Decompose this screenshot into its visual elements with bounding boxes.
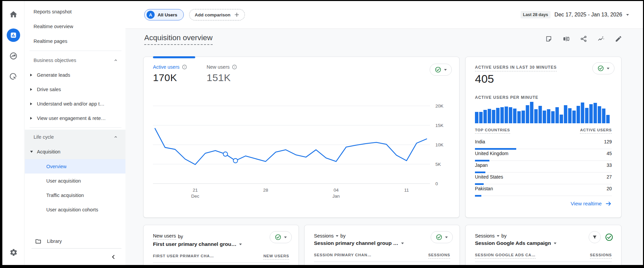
new-users-value: 151K [207, 72, 237, 83]
dimension-dropdown[interactable]: First user primary channel grou… [153, 241, 289, 247]
chevron-down-icon [554, 243, 556, 244]
realtime-card: ACTIVE USERS IN LAST 30 MINUTES 405 ACTI… [465, 57, 622, 218]
table-column-headers: SESSION PRIMARY CHAN… SESSIONS [314, 253, 450, 259]
explore-icon[interactable] [7, 49, 20, 63]
sidebar-divider [30, 127, 121, 128]
chevron-up-icon [113, 58, 118, 63]
sidebar-item-realtime-pages[interactable]: Realtime pages [25, 34, 125, 49]
metric-column-header[interactable]: SESSIONS [428, 253, 450, 259]
active-users-line-chart: 20K15K10K5K021Dec2804Jan11 [153, 100, 451, 200]
sidebar-item-library[interactable]: Library [25, 234, 125, 249]
countries-table-header: TOP COUNTRIES ACTIVE USERS [475, 128, 612, 134]
selected-tab-indicator [153, 56, 195, 58]
plus-icon [234, 12, 240, 18]
sidebar-item-lead-acquisition[interactable]: Lead acquisition [25, 217, 125, 222]
sidebar-item-generate-leads[interactable]: Generate leads [25, 68, 125, 82]
home-icon[interactable] [7, 8, 20, 21]
svg-text:?: ? [234, 66, 235, 69]
sidebar-item-user-acquisition-cohorts[interactable]: User acquisition cohorts [25, 202, 125, 217]
sidebar-item-acquisition[interactable]: Acquisition [25, 144, 125, 159]
view-realtime-link[interactable]: View realtime [571, 200, 612, 207]
page-title: Acquisition overview [144, 34, 213, 45]
triangle-right-icon [30, 88, 32, 91]
svg-text:?: ? [184, 66, 185, 69]
sessions-by-google-ads-card: Sessions by Session Google Ads campaign … [465, 225, 622, 265]
active-users-header[interactable]: ACTIVE USERS [580, 128, 612, 134]
table-column-headers: SESSION GOOGLE ADS CA… SESSIONS [475, 253, 612, 259]
data-quality-dropdown[interactable] [430, 64, 452, 76]
triangle-right-icon [30, 74, 32, 76]
svg-text:Dec: Dec [191, 194, 199, 199]
table-divider [314, 262, 450, 262]
advertising-icon[interactable] [7, 70, 20, 83]
data-quality-dropdown[interactable] [431, 231, 453, 243]
metric-column-header[interactable]: SESSIONS [590, 253, 612, 259]
sidebar-item-reports-snapshot[interactable]: Reports snapshot [25, 4, 125, 19]
note-icon[interactable] [545, 35, 552, 43]
insights-icon[interactable] [597, 35, 605, 43]
sidebar-section-life-cycle[interactable]: Life cycle [25, 130, 125, 144]
date-range-badge: Last 28 days [521, 11, 550, 18]
check-circle-icon [275, 234, 281, 241]
filter-funnel-icon[interactable] [589, 231, 601, 243]
data-quality-dropdown[interactable] [592, 62, 614, 74]
svg-text:28: 28 [263, 188, 268, 193]
sidebar-divider [30, 51, 121, 51]
country-row: United Kingdom 45 [475, 149, 612, 161]
svg-text:Jan: Jan [332, 194, 340, 199]
new-users-by-channel-card: New users by First user primary channel … [143, 225, 299, 265]
data-quality-dropdown[interactable] [270, 231, 292, 243]
metric-active-users[interactable]: Active users ? 170K [153, 64, 187, 83]
check-circle-icon[interactable] [604, 232, 614, 243]
comparison-topbar: A All Users Add comparison Last 28 days … [125, 1, 643, 29]
card-action-icons [589, 231, 614, 243]
sidebar-item-traffic-acquisition[interactable]: Traffic acquisition [25, 188, 125, 202]
per-minute-label: ACTIVE USERS PER MINUTE [475, 95, 538, 100]
help-icon[interactable]: ? [232, 64, 237, 70]
collapse-sidebar-icon[interactable] [109, 252, 118, 262]
card-metric-line: New users by [153, 233, 289, 240]
country-row: Pakistan 20 [475, 184, 612, 196]
card-metric-line: Sessions by [314, 233, 450, 239]
metric-label[interactable]: Sessions [475, 233, 495, 239]
sidebar-item-user-acquisition[interactable]: User acquisition [25, 174, 125, 188]
screenshot-frame: Reports snapshot Realtime overview Realt… [0, 0, 644, 268]
sidebar-section-business-objectives[interactable]: Business objectives [25, 53, 125, 68]
sidebar-scroll-area[interactable]: Reports snapshot Realtime overview Realt… [25, 1, 125, 222]
triangle-right-icon [30, 103, 32, 105]
realtime-title[interactable]: ACTIVE USERS IN LAST 30 MINUTES [475, 65, 557, 71]
svg-text:21: 21 [193, 188, 198, 193]
metric-headers: Active users ? 170K New users ? 151K [153, 64, 237, 83]
share-icon[interactable] [580, 35, 587, 43]
sidebar-item-drive-sales[interactable]: Drive sales [25, 82, 125, 96]
settings-gear-icon[interactable] [7, 246, 20, 259]
top-countries-header[interactable]: TOP COUNTRIES [475, 128, 510, 134]
dimension-column-header[interactable]: SESSION GOOGLE ADS CA… [475, 253, 536, 259]
chevron-down-icon [445, 237, 448, 238]
all-users-comparison-pill[interactable]: A All Users [144, 9, 184, 20]
check-circle-icon [435, 66, 441, 73]
ab-compare-icon[interactable] [562, 35, 570, 43]
metric-label[interactable]: New users [153, 233, 176, 240]
date-range-selector[interactable]: Last 28 days Dec 17, 2025 - Jan 13, 2026 [521, 11, 629, 18]
sidebar-item-overview[interactable]: Overview [25, 159, 125, 174]
analytics-window: Reports snapshot Realtime overview Realt… [2, 1, 643, 265]
active-users-30min-value: 405 [475, 72, 494, 85]
users-per-minute-bar-chart [475, 102, 610, 123]
svg-text:10K: 10K [435, 142, 443, 147]
dimension-column-header: SESSION PRIMARY CHAN… [314, 253, 371, 259]
folder-icon [35, 238, 42, 245]
add-comparison-button[interactable]: Add comparison [189, 9, 245, 20]
table-divider [153, 263, 289, 263]
help-icon[interactable]: ? [182, 64, 187, 70]
dimension-dropdown[interactable]: Session primary channel group … [314, 240, 450, 246]
metric-column-header[interactable]: NEW USERS [263, 254, 289, 260]
sidebar-item-view-user-engagement[interactable]: View user engagement & rete… [25, 111, 125, 125]
metric-label[interactable]: Sessions [314, 233, 334, 239]
reports-icon[interactable] [7, 28, 20, 42]
edit-pencil-icon[interactable] [615, 35, 622, 43]
metric-new-users[interactable]: New users ? 151K [207, 64, 237, 83]
sidebar-item-realtime-overview[interactable]: Realtime overview [25, 19, 125, 34]
sidebar-item-understand-web-app[interactable]: Understand web and/or app t… [25, 96, 125, 111]
chevron-down-icon [497, 235, 499, 237]
